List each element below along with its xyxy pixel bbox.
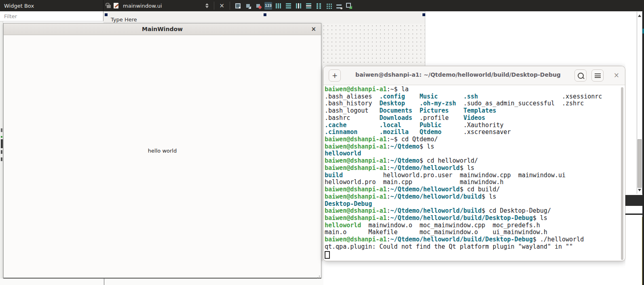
edit-buddies-icon[interactable] (254, 2, 262, 10)
terminal-close-button[interactable]: × (614, 71, 619, 79)
layout-splitter-horizontal-icon[interactable] (295, 2, 302, 10)
tab-close-button[interactable]: × (220, 3, 225, 9)
selection-handle[interactable] (264, 13, 266, 16)
terminal-line: baiwen@dshanpi-a1:~/Qtdemo/helloworld/bu… (325, 207, 625, 215)
layout-vertically-icon[interactable] (285, 2, 292, 10)
widget-item-sliver (1, 157, 2, 161)
terminal-body[interactable]: baiwen@dshanpi-a1:~$ la.bash_aliases .co… (323, 85, 625, 261)
tab-label[interactable]: mainwindow.ui (121, 3, 164, 9)
layout-splitter-vertical-icon[interactable] (305, 2, 312, 10)
mainwindow-titlebar[interactable]: MainWindow × (4, 23, 321, 35)
desktop: Widget Box mainwindow.ui × 123 Type Here (0, 0, 644, 285)
widget-box-sliver (0, 21, 3, 279)
designer-toolbar-icons: 123 (234, 2, 353, 10)
form-layout-icon[interactable] (335, 2, 343, 10)
terminal-title: baiwen@dshanpi-a1: ~/Qtdemo/helloworld/b… (348, 71, 568, 78)
document-tab[interactable]: mainwindow.ui × (103, 0, 232, 11)
terminal-line: baiwen@dshanpi-a1:~/Qtdemo/helloworld/bu… (325, 236, 625, 243)
terminal-line: baiwen@dshanpi-a1:~$ cd Qtdemo/ (325, 136, 625, 143)
plus-icon: + (332, 71, 338, 80)
filter-input[interactable] (0, 11, 103, 21)
screen-edge-line (642, 217, 642, 285)
terminal-line: helloworld.pro main.cpp mainwindow.h (325, 179, 625, 186)
screen-edge-accent (642, 29, 644, 34)
widget-item-sliver (1, 150, 2, 154)
search-icon (578, 73, 584, 79)
terminal-line: baiwen@dshanpi-a1:~$ la (325, 86, 625, 93)
mainwindow-body: hello world (4, 35, 321, 278)
document-icon (114, 3, 118, 8)
spinner-down-icon[interactable] (205, 6, 209, 8)
terminal-line: .bash_aliases .config Music .ssh .xsessi… (325, 93, 625, 101)
screen-edge-strip (642, 11, 644, 285)
adjust-size-icon[interactable] (345, 2, 353, 10)
terminal-cursor (325, 251, 330, 259)
mainwindow-window: MainWindow × hello world (3, 23, 321, 279)
layout-horizontally-icon[interactable] (274, 2, 282, 10)
widget-box-filter (0, 11, 103, 21)
designer-toolbar: Widget Box mainwindow.ui × 123 (0, 0, 644, 11)
widget-box-header: Widget Box (0, 0, 103, 11)
terminal-line: helloworld (325, 150, 625, 157)
terminal-headerbar[interactable]: + baiwen@dshanpi-a1: ~/Qtdemo/helloworld… (323, 66, 625, 85)
right-panel-divider (625, 214, 644, 215)
toolbar-separator (230, 2, 230, 10)
layout-form-icon[interactable] (315, 2, 323, 10)
terminal-line: .bash_logout Documents Pictures Template… (325, 107, 625, 115)
edit-signals-slots-icon[interactable] (244, 2, 252, 10)
widget-box-title: Widget Box (4, 3, 34, 9)
terminal-line: baiwen@dshanpi-a1:~/Qtdemo/helloworld$ c… (325, 186, 625, 193)
terminal-line: build helloworld.pro.user mainwindow.cpp… (325, 172, 625, 179)
tab-spinner[interactable] (205, 3, 209, 8)
terminal-line: Desktop-Debug (325, 201, 625, 208)
search-button[interactable] (574, 69, 587, 82)
hamburger-icon (595, 73, 601, 78)
spinner-up-icon[interactable] (205, 3, 209, 5)
terminal-window: + baiwen@dshanpi-a1: ~/Qtdemo/helloworld… (323, 66, 625, 261)
terminal-line: .bash_history Desktop .oh-my-zsh .sudo_a… (325, 100, 625, 107)
edit-widgets-icon[interactable] (234, 2, 242, 10)
terminal-line: main.o Makefile moc_mainwindow.o ui_main… (325, 229, 625, 236)
selection-handle[interactable] (422, 13, 425, 16)
widget-box-border (104, 279, 104, 285)
widget-item-sliver (1, 139, 3, 148)
widget-item-sliver (1, 128, 2, 132)
menu-button[interactable] (591, 69, 604, 82)
terminal-line: .cinnamon .mozilla Qtdemo .xscreensaver (325, 129, 625, 136)
edit-tab-order-icon[interactable]: 123 (264, 2, 272, 10)
terminal-line: qt.qpa.plugin: Could not find the Qt pla… (325, 243, 625, 251)
lock-icon (107, 5, 111, 8)
selection-handle[interactable] (105, 13, 108, 16)
right-panel-scroll-thumb[interactable] (638, 139, 642, 188)
right-panel-dark-band (625, 195, 644, 206)
resize-grip-icon[interactable] (319, 276, 320, 277)
terminal-line: baiwen@dshanpi-a1:~/Qtdemo$ ls (325, 143, 625, 151)
terminal-line: baiwen@dshanpi-a1:~/Qtdemo/helloworld$ l… (325, 165, 625, 172)
terminal-line: helloworld mainwindow.o moc_mainwindow.c… (325, 222, 625, 229)
mainwindow-close-button[interactable]: × (311, 25, 316, 33)
terminal-lines: baiwen@dshanpi-a1:~$ la.bash_aliases .co… (325, 86, 625, 251)
new-tab-button[interactable]: + (329, 69, 341, 82)
layout-grid-icon[interactable] (325, 2, 333, 10)
mainwindow-title: MainWindow (142, 26, 183, 32)
toolbar-separator (214, 2, 214, 10)
terminal-scrollbar[interactable] (621, 87, 623, 260)
scroll-up-icon[interactable] (638, 15, 641, 17)
terminal-line: baiwen@dshanpi-a1:~/Qtdemo/helloworld/bu… (325, 193, 625, 201)
terminal-line: baiwen@dshanpi-a1:~/Qtdemo/helloworld/bu… (325, 215, 625, 222)
terminal-line: .cache .local Public .Xauthority (325, 122, 625, 129)
desktop-bottom-strip (0, 279, 323, 285)
terminal-line: baiwen@dshanpi-a1:~/Qtdemo$ cd helloworl… (325, 157, 625, 165)
terminal-line: .bashrc Downloads .profile Videos (325, 115, 625, 122)
widget-item-sliver (1, 136, 2, 138)
scroll-down-icon[interactable] (638, 189, 641, 191)
hello-world-label: hello world (4, 148, 321, 154)
